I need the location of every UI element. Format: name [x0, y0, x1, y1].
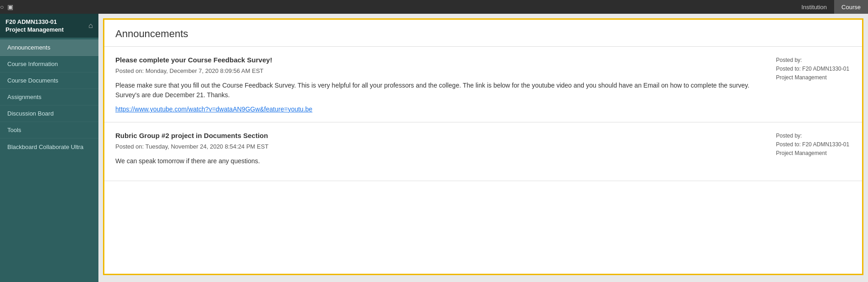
announcement-posted-by-2: Posted by:: [776, 132, 851, 140]
sidebar-item-course-documents[interactable]: Course Documents: [0, 72, 98, 89]
sidebar-item-assignments[interactable]: Assignments: [0, 89, 98, 105]
announcement-posted-to-1: Posted to: F20 ADMN1330-01 Project Manag…: [776, 65, 851, 82]
home-icon[interactable]: ⌂: [88, 22, 93, 30]
square-icon: ▣: [7, 3, 13, 11]
announcement-content-2: We can speak tomorrow if there are any q…: [115, 156, 769, 166]
sidebar-item-tools[interactable]: Tools: [0, 122, 98, 138]
tab-course[interactable]: Course: [834, 0, 868, 14]
announcement-title-1: Please complete your Course Feedback Sur…: [115, 56, 769, 64]
announcement-meta-2: Posted by: Posted to: F20 ADMN1330-01 Pr…: [769, 132, 851, 171]
announcement-posted-by-1: Posted by:: [776, 56, 851, 65]
main-layout: F20 ADMN1330-01 Project Management ⌂ Ann…: [0, 14, 868, 282]
course-code: F20 ADMN1330-01: [5, 18, 64, 26]
sidebar: F20 ADMN1330-01 Project Management ⌂ Ann…: [0, 14, 98, 282]
announcement-link-1[interactable]: https://www.youtube.com/watch?v=dwataAN9…: [115, 105, 312, 113]
announcement-posted-on-2: Posted on: Tuesday, November 24, 2020 8:…: [115, 143, 769, 150]
page-title: Announcements: [104, 20, 862, 47]
announcement-item-1: Please complete your Course Feedback Sur…: [104, 47, 862, 122]
announcement-body-1: Please complete your Course Feedback Sur…: [115, 56, 769, 113]
announcements-wrapper: Announcements Please complete your Cours…: [103, 18, 863, 275]
sidebar-item-discussion-board[interactable]: Discussion Board: [0, 105, 98, 122]
circle-icon: ○: [0, 3, 4, 11]
sidebar-item-blackboard-collaborate[interactable]: Blackboard Collaborate Ultra: [0, 138, 98, 156]
content-area: Announcements Please complete your Cours…: [98, 14, 868, 282]
announcement-item-2: Rubric Group #2 project in Documents Sec…: [104, 122, 862, 181]
top-bar-icons: ○ ▣: [0, 3, 19, 11]
course-name: Project Management: [5, 26, 64, 33]
announcement-meta-1: Posted by: Posted to: F20 ADMN1330-01 Pr…: [769, 56, 851, 113]
tab-institution[interactable]: Institution: [794, 0, 834, 14]
sidebar-item-announcements[interactable]: Announcements: [0, 39, 98, 56]
sidebar-item-course-information[interactable]: Course Information: [0, 56, 98, 72]
top-bar: ○ ▣ Institution Course: [0, 0, 868, 14]
top-tabs: Institution Course: [794, 0, 868, 14]
sidebar-nav: Announcements Course Information Course …: [0, 38, 98, 156]
announcement-posted-to-2: Posted to: F20 ADMN1330-01 Project Manag…: [776, 140, 851, 158]
announcement-content-1: Please make sure that you fill out the C…: [115, 81, 769, 100]
announcement-body-2: Rubric Group #2 project in Documents Sec…: [115, 132, 769, 171]
sidebar-header: F20 ADMN1330-01 Project Management ⌂: [0, 14, 98, 38]
announcement-title-2: Rubric Group #2 project in Documents Sec…: [115, 132, 769, 139]
announcement-posted-on-1: Posted on: Monday, December 7, 2020 8:09…: [115, 67, 769, 74]
